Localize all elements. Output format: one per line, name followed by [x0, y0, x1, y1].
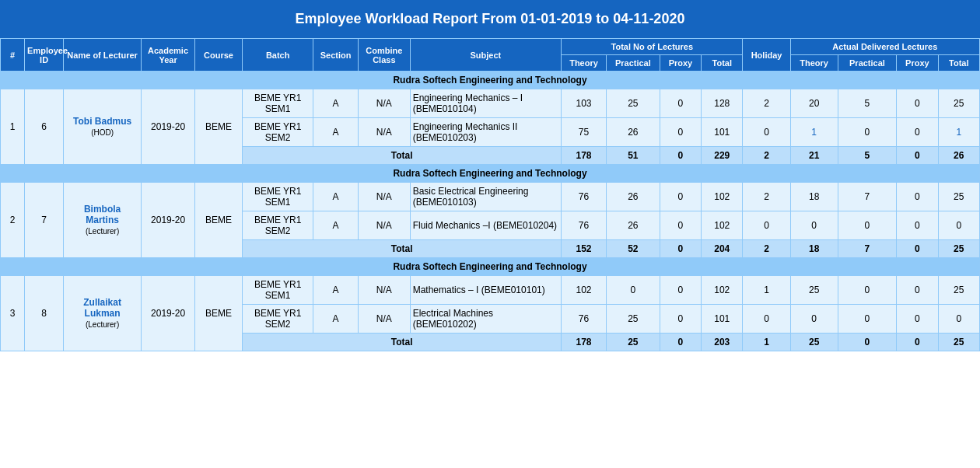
theory-cell: 76	[562, 211, 607, 240]
holiday-cell: 2	[743, 183, 790, 211]
emp-name-cell: Bimbola Martins(Lecturer)	[64, 183, 142, 258]
a-proxy-cell: 0	[897, 276, 938, 305]
table-row: 38Zullaikat Lukman(Lecturer)2019-20BEMEB…	[1, 276, 980, 305]
total-practical-cell: 51	[606, 147, 660, 165]
total-total-cell: 229	[702, 147, 743, 165]
a-theory-cell: 20	[790, 89, 838, 118]
total-a-practical-cell: 5	[838, 147, 897, 165]
section-header-row: Rudra Softech Engineering and Technology	[1, 258, 980, 276]
emp-name-cell: Tobi Badmus(HOD)	[64, 89, 142, 165]
a-total-cell: 25	[938, 89, 979, 118]
emp-num-cell: 3	[1, 276, 25, 351]
total-proxy-cell: 0	[660, 334, 701, 351]
emp-name-cell: Zullaikat Lukman(Lecturer)	[64, 276, 142, 351]
total-theory-cell: 178	[562, 334, 607, 351]
theory-cell: 75	[562, 118, 607, 147]
col-course: Course	[195, 39, 243, 72]
section-cell: A	[313, 89, 359, 118]
col-combine: Combine Class	[359, 39, 411, 72]
total-practical-cell: 25	[606, 334, 660, 351]
total-label: Total	[243, 147, 562, 165]
total-theory-cell: 178	[562, 147, 607, 165]
col-section: Section	[313, 39, 359, 72]
section-cell: A	[313, 211, 359, 240]
table-row: 16Tobi Badmus(HOD)2019-20BEMEBEME YR1 SE…	[1, 89, 980, 118]
a-practical-cell: 0	[838, 305, 897, 334]
subject-cell: Engineering Mechanics – I (BEME010104)	[410, 89, 561, 118]
a-practical-cell: 0	[838, 118, 897, 147]
institution-name: Rudra Softech Engineering and Technology	[1, 72, 980, 89]
total-cell: 101	[702, 305, 743, 334]
col-a-theory: Theory	[790, 55, 838, 72]
a-proxy-cell: 0	[897, 211, 938, 240]
col-a-proxy: Proxy	[897, 55, 938, 72]
a-practical-cell: 5	[838, 89, 897, 118]
holiday-cell: 0	[743, 118, 790, 147]
batch-cell: BEME YR1 SEM2	[243, 118, 313, 147]
a-practical-cell: 0	[838, 276, 897, 305]
proxy-cell: 0	[660, 118, 701, 147]
col-theory: Theory	[562, 55, 607, 72]
holiday-cell: 1	[743, 276, 790, 305]
a-theory-cell: 18	[790, 183, 838, 211]
header-row-1: # Employee ID Name of Lecturer Academic …	[1, 39, 980, 55]
practical-cell: 26	[606, 118, 660, 147]
total-a-total-cell: 25	[938, 334, 979, 351]
practical-cell: 26	[606, 211, 660, 240]
a-proxy-cell: 0	[897, 183, 938, 211]
a-practical-cell: 7	[838, 183, 897, 211]
a-total-cell: 25	[938, 276, 979, 305]
total-cell: 102	[702, 183, 743, 211]
practical-cell: 26	[606, 183, 660, 211]
subject-cell: Mathematics – I (BEME010101)	[410, 276, 561, 305]
section-cell: A	[313, 305, 359, 334]
total-a-practical-cell: 0	[838, 334, 897, 351]
institution-name: Rudra Softech Engineering and Technology	[1, 258, 980, 276]
academic-year-cell: 2019-20	[142, 89, 195, 165]
total-practical-cell: 52	[606, 240, 660, 258]
theory-cell: 103	[562, 89, 607, 118]
total-a-proxy-cell: 0	[897, 240, 938, 258]
a-proxy-cell: 0	[897, 89, 938, 118]
total-a-theory-cell: 18	[790, 240, 838, 258]
col-subject: Subject	[410, 39, 561, 72]
col-total-lectures-group: Total No of Lectures	[562, 39, 743, 55]
col-batch: Batch	[243, 39, 313, 72]
holiday-cell: 0	[743, 305, 790, 334]
course-cell: BEME	[195, 183, 243, 258]
batch-cell: BEME YR1 SEM2	[243, 305, 313, 334]
total-a-practical-cell: 7	[838, 240, 897, 258]
col-practical: Practical	[606, 55, 660, 72]
section-cell: A	[313, 276, 359, 305]
total-cell: 101	[702, 118, 743, 147]
proxy-cell: 0	[660, 183, 701, 211]
combine-cell: N/A	[359, 305, 411, 334]
proxy-cell: 0	[660, 305, 701, 334]
col-name: Name of Lecturer	[64, 39, 142, 72]
proxy-cell: 0	[660, 89, 701, 118]
academic-year-cell: 2019-20	[142, 183, 195, 258]
subject-cell: Fluid Mechanics –I (BEME010204)	[410, 211, 561, 240]
practical-cell: 0	[606, 276, 660, 305]
a-total-cell: 0	[938, 211, 979, 240]
table-row: 27Bimbola Martins(Lecturer)2019-20BEMEBE…	[1, 183, 980, 211]
total-a-proxy-cell: 0	[897, 334, 938, 351]
total-cell: 102	[702, 211, 743, 240]
col-proxy: Proxy	[660, 55, 701, 72]
a-proxy-cell: 0	[897, 305, 938, 334]
col-actual-lectures-group: Actual Delivered Lectures	[790, 39, 979, 55]
subject-cell: Electrical Machines (BEME010202)	[410, 305, 561, 334]
a-theory-cell: 0	[790, 211, 838, 240]
total-label: Total	[243, 334, 562, 351]
col-a-practical: Practical	[838, 55, 897, 72]
col-holiday: Holiday	[743, 39, 790, 72]
subject-cell: Engineering Mechanics II (BEME010203)	[410, 118, 561, 147]
institution-name: Rudra Softech Engineering and Technology	[1, 165, 980, 183]
col-a-total: Total	[938, 55, 979, 72]
combine-cell: N/A	[359, 183, 411, 211]
total-label: Total	[243, 240, 562, 258]
course-cell: BEME	[195, 276, 243, 351]
emp-id-cell: 6	[25, 89, 64, 165]
a-theory-cell: 0	[790, 305, 838, 334]
a-practical-cell: 0	[838, 211, 897, 240]
